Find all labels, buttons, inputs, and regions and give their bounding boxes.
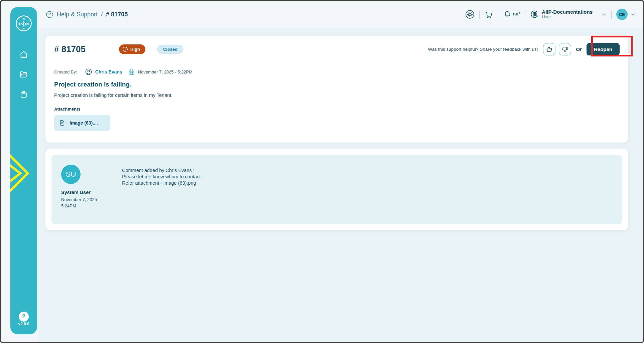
notification-count: 99+ <box>513 11 521 17</box>
chevron-decoration <box>10 150 31 198</box>
thumbs-down-button[interactable] <box>559 43 571 55</box>
comment-author-name: System User <box>61 190 91 195</box>
top-bar: Help & Support / # 81705 99+ <box>38 1 643 28</box>
created-by-label: Created By: <box>54 69 77 74</box>
thumbs-down-icon <box>561 46 568 53</box>
thumbs-up-button[interactable] <box>543 43 555 55</box>
feedback-row: Was this support helpful? Share your fee… <box>428 43 620 55</box>
thumbs-up-icon <box>546 46 553 53</box>
feedback-prompt: Was this support helpful? Share your fee… <box>428 47 538 52</box>
or-label: Or <box>576 46 582 52</box>
org-role: User <box>542 15 593 20</box>
ticket-header-row: # 81705 High Closed Was this support hel… <box>54 43 620 55</box>
priority-badge: High <box>119 44 145 54</box>
breadcrumb-separator: / <box>101 11 103 18</box>
reopen-button[interactable]: Reopen <box>587 43 620 55</box>
attachment-link[interactable]: Image (63).... <box>70 120 98 126</box>
cart-icon[interactable] <box>484 10 493 19</box>
divider <box>611 10 612 19</box>
breadcrumb-ticket-id: # 81705 <box>106 11 128 18</box>
bayer-logo: B A BAYER E R <box>15 15 32 33</box>
created-date: November 7, 2025 - 5:22PM <box>138 69 192 74</box>
folder-icon[interactable] <box>19 70 28 80</box>
bag-icon[interactable] <box>19 90 28 100</box>
comments-card: SU System User November 7, 2025 - 5:24PM… <box>45 149 628 230</box>
created-by-name[interactable]: Chris Evans <box>95 69 122 74</box>
org-name: AIIP-Documentations <box>542 9 593 15</box>
chevron-down-icon[interactable] <box>630 11 636 17</box>
status-badge: Closed <box>157 45 183 54</box>
user-avatar[interactable]: CE <box>616 9 628 20</box>
ticket-id: # 81705 <box>54 44 86 54</box>
comment-date: November 7, 2025 - 5:24PM <box>61 197 105 209</box>
comment-avatar: SU <box>61 165 81 184</box>
ticket-description: Project creation is failing for certain … <box>54 93 620 98</box>
divider <box>479 10 480 19</box>
help-icon[interactable]: ? <box>19 312 29 322</box>
divider <box>498 10 498 19</box>
home-icon[interactable] <box>19 50 28 60</box>
ticket-title: Project creation is failing. <box>54 81 620 88</box>
version-label: v2.0.0 <box>10 322 37 326</box>
bell-icon[interactable]: 99+ <box>503 10 521 19</box>
divider <box>525 10 525 19</box>
user-circle-icon <box>85 68 92 75</box>
file-icon <box>59 120 66 126</box>
info-icon <box>122 46 128 52</box>
gear-icon[interactable] <box>465 10 475 19</box>
svg-text:R: R <box>23 27 25 30</box>
help-glyph: ? <box>22 313 25 320</box>
chevron-down-icon[interactable] <box>601 11 607 17</box>
org-switcher[interactable]: AIIP-Documentations User <box>530 9 607 20</box>
comment-item: SU System User November 7, 2025 - 5:24PM… <box>51 155 622 224</box>
top-actions: 99+ AIIP-Documentations User CE <box>465 9 636 20</box>
created-by-row: Created By: Chris Evans November 7, 2025… <box>54 68 620 75</box>
attachment-chip[interactable]: Image (63).... <box>54 115 110 131</box>
ticket-card: # 81705 High Closed Was this support hel… <box>45 36 628 143</box>
breadcrumb: Help & Support / # 81705 <box>46 11 128 18</box>
calendar-icon <box>128 68 135 75</box>
priority-label: High <box>130 47 140 52</box>
org-building-icon <box>530 10 539 19</box>
help-support-icon <box>46 11 53 18</box>
attachments-label: Attachments <box>54 107 620 112</box>
breadcrumb-section[interactable]: Help & Support <box>57 11 98 18</box>
comment-text: Comment added by Chris Evans : Please le… <box>122 167 202 186</box>
sidebar: B A BAYER E R ? v2.0.0 <box>10 7 37 334</box>
